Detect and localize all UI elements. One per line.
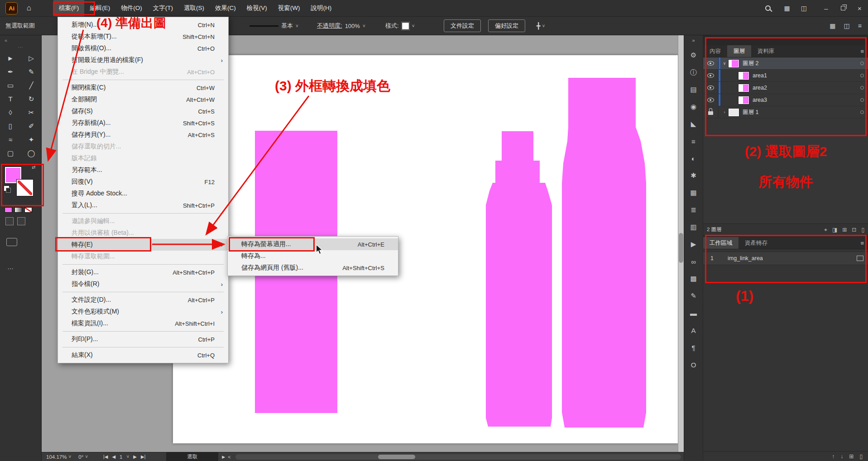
rotation-dropdown[interactable]: 0° ˅ [78,454,88,460]
file-menu-item[interactable]: 儲存拷貝(Y)... Alt+Ctrl+S [58,129,228,141]
previous-artboard-button[interactable]: ◀ [112,454,115,459]
visibility-toggle[interactable] [703,82,719,94]
blend-tool[interactable]: ≈ [5,135,16,144]
panel-menu-icon[interactable]: ≡ [856,45,868,57]
home-icon[interactable]: ⌂ [24,4,34,13]
new-sublayer-icon[interactable]: ⊞ [842,227,847,233]
delete-layer-icon[interactable]: ▯ [861,227,864,233]
graphic-styles-icon[interactable]: ▥ [684,219,703,236]
vertical-scrollbar[interactable] [678,35,684,452]
preferences-button[interactable]: 偏好設定 [488,19,525,32]
scissors-tool[interactable]: ✂ [25,108,37,117]
artboard-page-icon[interactable] [857,256,863,261]
artboard-row-name[interactable]: img_link_area [728,255,763,261]
expand-arrow-icon[interactable]: ∨ [720,61,729,66]
menu-object[interactable]: 物件(O) [115,0,148,16]
next-artboard-button[interactable]: ▶ [133,454,137,459]
target-circle-icon[interactable] [860,98,864,102]
gradient-mode-button[interactable] [14,207,22,213]
direct-selection-tool[interactable]: ▷ [25,53,37,63]
actions-panel-icon[interactable]: ▶ [684,236,703,253]
file-menu-item[interactable]: 搜尋 Adobe Stock... [58,188,228,200]
rectangle-tool[interactable]: ▭ [5,81,16,90]
image-trace-icon[interactable]: ✎ [684,287,703,304]
chevron-down-icon[interactable]: ˅ [127,454,129,459]
rotation-value[interactable]: 0° [78,454,83,460]
tab-layers[interactable]: 圖層 [727,45,751,57]
horizontal-scrollbar-thumb[interactable] [378,455,415,459]
layer-name[interactable]: area1 [753,72,767,79]
eraser-tool[interactable]: ◊ [5,108,16,117]
collapse-tools-icon[interactable]: « [5,38,7,43]
file-menu-item[interactable]: 在 Bridge 中瀏覽... Alt+Ctrl+O [58,66,228,78]
target-circle-icon[interactable] [860,62,864,65]
file-menu-item[interactable] [58,329,228,333]
file-menu-item[interactable] [58,78,228,82]
pattern-panel-icon[interactable]: ▩ [684,270,703,287]
file-menu-item[interactable]: 文件色彩模式(M) › [58,306,228,318]
stroke-style-dropdown[interactable]: 基本 ˅ [249,17,298,35]
menu-window[interactable]: 視窗(W) [273,0,306,16]
export-submenu-item[interactable]: 儲存為網頁用 (舊版)... Alt+Shift+Ctrl+S [228,262,398,274]
opentype-panel-icon[interactable]: O [684,356,703,373]
minimize-button[interactable]: – [818,0,834,16]
last-artboard-button[interactable]: ▶| [141,454,145,459]
default-fill-stroke-icon[interactable] [4,185,10,191]
file-menu-item[interactable]: 共用以供審核 (Beta)... [58,227,228,239]
tools-drag-handle[interactable]: ⋯ [0,44,42,50]
expand-panels-icon[interactable]: » [692,38,695,43]
vertical-scrollbar-thumb[interactable] [679,233,683,263]
color-guide-icon[interactable]: ◉ [684,98,703,115]
file-menu-item[interactable]: 儲存選取的切片... [58,141,228,152]
opacity-value[interactable]: 100% [345,23,360,29]
rotate-tool[interactable]: ↻ [25,94,37,104]
control-menu-icon[interactable]: ≡ [858,22,862,29]
layer-row[interactable]: area2 [703,82,868,94]
export-submenu-item[interactable]: 轉存為螢幕適用... Alt+Ctrl+E [228,238,398,250]
target-circle-icon[interactable] [860,74,864,77]
layer-row[interactable]: area1 [703,70,868,82]
color-mode-button[interactable] [5,207,12,213]
chevron-down-icon[interactable]: ˅ [85,454,88,459]
expand-arrow-icon[interactable]: › [720,110,729,114]
visibility-toggle[interactable] [703,106,719,118]
zoom-level-dropdown[interactable]: 104.17% ˅ [46,454,71,460]
file-menu-item[interactable]: 轉存(E) › [58,239,228,251]
new-artboard-icon[interactable]: ⊞ [849,453,854,460]
symbol-sprayer-tool[interactable]: ✦ [25,135,37,144]
menu-file[interactable]: 檔案(F) [53,0,84,16]
move-artboard-down-icon[interactable]: ↓ [840,453,843,460]
menu-effect[interactable]: 效果(C) [210,0,241,16]
draw-normal-button[interactable] [5,217,14,225]
file-menu-item[interactable]: 轉存選取範圍... [58,251,228,262]
file-menu-item[interactable]: 開啟舊檔(O)... Ctrl+O [58,43,228,54]
swap-fill-stroke-icon[interactable]: ⇄ [32,165,35,170]
artboard-number[interactable]: 1 [120,454,122,460]
menu-type[interactable]: 文字(T) [148,0,178,16]
file-menu-item[interactable]: 全部關閉 Alt+Ctrl+W [58,94,228,105]
file-menu-item[interactable] [58,262,228,266]
tab-properties[interactable]: 內容 [703,45,727,57]
tab-artboards[interactable]: 工作區域 [703,237,739,249]
zoom-tool[interactable]: ◯ [25,148,37,158]
shape-builder-tool[interactable]: ▯ [5,121,16,131]
magenta-bottle-middle[interactable] [486,131,552,427]
panel-menu-icon[interactable]: ≡ [856,237,868,249]
file-menu-item[interactable] [58,345,228,349]
document-setup-button[interactable]: 文件設定 [444,19,481,32]
gradient-panel-icon[interactable]: ▬ [684,304,703,322]
layer-row[interactable]: area3 [703,94,868,106]
draw-behind-button[interactable] [17,217,25,225]
restore-button[interactable] [834,0,851,16]
info-icon[interactable]: ⓘ [684,64,703,81]
file-menu-item[interactable] [58,211,228,215]
new-layer-icon[interactable]: ⊡ [852,227,856,233]
export-submenu-item[interactable]: 轉存為... [228,250,398,262]
edit-toolbar-ellipsis[interactable]: … [7,263,14,271]
file-menu-item[interactable]: 回復(V) F12 [58,176,228,188]
clip-mask-icon[interactable]: ◨ [832,227,837,233]
status-play-icon[interactable]: ▶ [222,455,225,459]
character-panel-icon[interactable]: A [684,322,703,339]
visibility-toggle[interactable] [703,70,719,81]
magenta-bottle-right[interactable] [562,78,646,428]
